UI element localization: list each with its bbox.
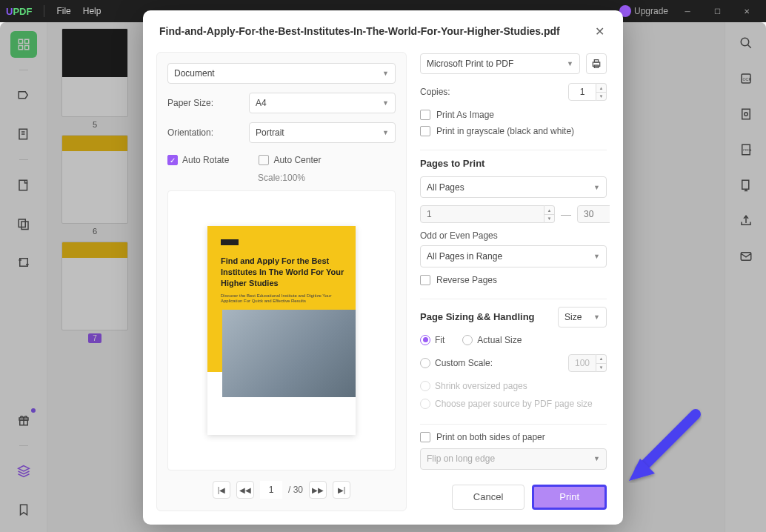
gift-icon[interactable] bbox=[10, 407, 37, 433]
printer-select[interactable]: Microsoft Print to PDF▼ bbox=[420, 53, 580, 74]
svg-rect-7 bbox=[19, 180, 27, 190]
size-select[interactable]: Size▼ bbox=[558, 307, 607, 327]
copies-input[interactable] bbox=[568, 83, 596, 101]
thumbnails-panel: 5 6 7 bbox=[47, 22, 142, 532]
fit-radio[interactable]: Fit bbox=[420, 335, 444, 345]
paper-size-label: Paper Size: bbox=[167, 98, 242, 108]
thumbnail-5[interactable]: 5 bbox=[56, 28, 133, 129]
scale-down: ▼ bbox=[596, 363, 607, 372]
copies-down[interactable]: ▼ bbox=[596, 92, 607, 101]
compress-icon[interactable] bbox=[737, 105, 755, 123]
svg-rect-2 bbox=[19, 46, 22, 50]
print-as-image-checkbox[interactable]: Print As Image bbox=[420, 110, 607, 120]
app-logo: UPDF bbox=[6, 6, 32, 17]
odd-even-label: Odd or Even Pages bbox=[420, 230, 607, 241]
svg-line-18 bbox=[747, 44, 751, 48]
svg-text:OCR: OCR bbox=[742, 77, 751, 82]
svg-point-17 bbox=[741, 38, 749, 46]
share-icon[interactable] bbox=[737, 212, 755, 230]
thumbnail-7[interactable]: 7 bbox=[56, 242, 133, 343]
copies-up[interactable]: ▲ bbox=[596, 83, 607, 92]
actual-size-radio[interactable]: Actual Size bbox=[462, 335, 522, 345]
crop-icon[interactable] bbox=[10, 249, 37, 276]
orientation-label: Orientation: bbox=[167, 127, 242, 138]
cancel-button[interactable]: Cancel bbox=[452, 485, 524, 510]
pdfa-icon[interactable]: PDF/A bbox=[737, 141, 755, 159]
email-icon[interactable] bbox=[737, 247, 755, 265]
svg-rect-21 bbox=[742, 109, 750, 119]
range-from-up: ▲ bbox=[544, 205, 555, 214]
flatten-icon[interactable] bbox=[737, 176, 755, 194]
organize-icon[interactable] bbox=[10, 210, 37, 237]
search-icon[interactable] bbox=[737, 34, 755, 52]
svg-rect-28 bbox=[594, 60, 598, 62]
dialog-title: Find-and-Apply-For-the-Best-Institutes-I… bbox=[159, 25, 560, 37]
edit-icon[interactable] bbox=[10, 121, 37, 147]
flip-select: Flip on long edge▼ bbox=[420, 448, 607, 470]
close-window-button[interactable]: ✕ bbox=[733, 2, 760, 20]
shrink-radio: Shrink oversized pages bbox=[420, 381, 607, 391]
preview-box: Find and Apply For the Best Institutes I… bbox=[167, 190, 396, 471]
auto-center-checkbox[interactable]: Auto Center bbox=[259, 155, 321, 165]
custom-scale-radio[interactable]: Custom Scale: bbox=[420, 358, 493, 368]
reverse-pages-checkbox[interactable]: Reverse Pages bbox=[420, 275, 607, 285]
svg-rect-3 bbox=[24, 46, 28, 50]
page-input[interactable] bbox=[260, 481, 282, 499]
print-dialog: Find-and-Apply-For-the-Best-Institutes-I… bbox=[143, 10, 623, 525]
page-sizing-title: Page Sizing && Handling bbox=[420, 311, 535, 322]
minimize-button[interactable]: ─ bbox=[674, 2, 701, 20]
comment-icon[interactable] bbox=[10, 82, 37, 109]
document-select[interactable]: Document▼ bbox=[167, 63, 396, 84]
last-page-button[interactable]: ▶| bbox=[333, 481, 350, 499]
svg-rect-0 bbox=[19, 39, 22, 43]
both-sides-checkbox[interactable]: Print on both sides of paper bbox=[420, 432, 607, 442]
svg-point-22 bbox=[744, 113, 747, 116]
scale-label: Scale:100% bbox=[167, 173, 396, 183]
grayscale-checkbox[interactable]: Print in grayscale (black and white) bbox=[420, 126, 607, 136]
range-to-input bbox=[577, 205, 610, 223]
svg-rect-25 bbox=[742, 180, 748, 189]
svg-marker-16 bbox=[18, 466, 29, 472]
svg-text:PDF/A: PDF/A bbox=[743, 149, 752, 152]
right-sidebar: OCR PDF/A bbox=[725, 22, 766, 532]
ocr-icon[interactable]: OCR bbox=[737, 70, 755, 87]
page-total: / 30 bbox=[288, 485, 303, 495]
first-page-button[interactable]: |◀ bbox=[213, 481, 230, 499]
upgrade-button[interactable]: Upgrade bbox=[619, 5, 668, 17]
next-page-button[interactable]: ▶▶ bbox=[309, 481, 327, 499]
thumbnails-icon[interactable] bbox=[10, 31, 37, 58]
scale-up: ▲ bbox=[596, 354, 607, 363]
printer-properties-icon[interactable] bbox=[586, 53, 607, 74]
close-icon[interactable]: ✕ bbox=[592, 24, 607, 39]
prev-page-button[interactable]: ◀◀ bbox=[236, 481, 254, 499]
auto-rotate-checkbox[interactable]: ✓Auto Rotate bbox=[167, 155, 229, 165]
pages-to-print-title: Pages to Print bbox=[420, 158, 607, 169]
choose-source-radio: Choose paper source by PDF page size bbox=[420, 399, 607, 409]
odd-even-select[interactable]: All Pages in Range▼ bbox=[420, 245, 607, 267]
menu-file[interactable]: File bbox=[56, 6, 70, 16]
pages-select[interactable]: All Pages▼ bbox=[420, 176, 607, 198]
page-icon[interactable] bbox=[10, 172, 37, 199]
pager: |◀ ◀◀ / 30 ▶▶ ▶| bbox=[167, 471, 396, 500]
orientation-select[interactable]: Portrait▼ bbox=[249, 122, 396, 143]
custom-scale-input bbox=[568, 354, 596, 372]
paper-size-select[interactable]: A4▼ bbox=[249, 93, 396, 113]
range-from-input bbox=[420, 205, 544, 223]
left-sidebar bbox=[0, 22, 47, 532]
maximize-button[interactable]: ☐ bbox=[704, 2, 730, 20]
copies-label: Copies: bbox=[420, 87, 450, 97]
layers-icon[interactable] bbox=[10, 458, 37, 485]
thumbnail-6[interactable]: 6 bbox=[56, 135, 133, 236]
preview-panel: Document▼ Paper Size: A4▼ Orientation: P… bbox=[156, 52, 407, 511]
bookmark-icon[interactable] bbox=[10, 496, 37, 523]
menu-help[interactable]: Help bbox=[83, 6, 101, 16]
svg-rect-1 bbox=[24, 39, 28, 43]
range-from-down: ▼ bbox=[544, 214, 555, 223]
print-button[interactable]: Print bbox=[532, 485, 607, 510]
settings-panel: Microsoft Print to PDF▼ Copies: ▲ ▼ Prin… bbox=[417, 52, 610, 511]
